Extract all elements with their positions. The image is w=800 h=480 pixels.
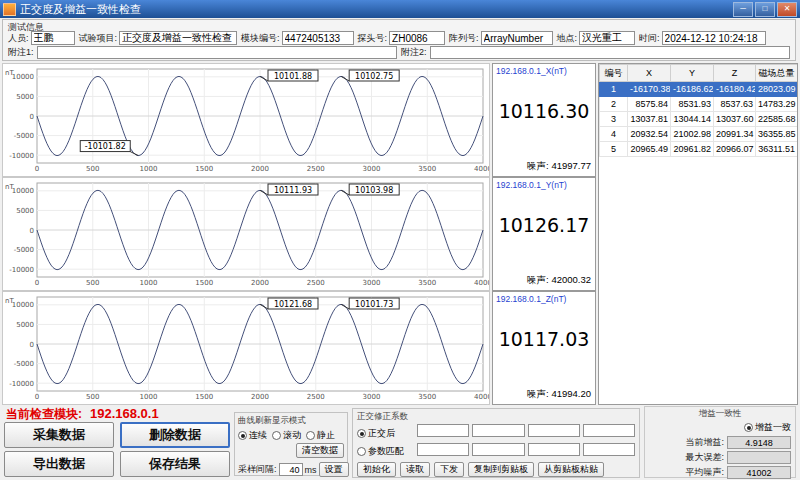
svg-text:2500: 2500 <box>307 279 325 287</box>
readout-noise: 噪声: 41994.20 <box>527 388 591 401</box>
sample-interval-input[interactable] <box>279 463 303 476</box>
note-field-input[interactable] <box>430 46 790 59</box>
readout-header: 192.168.0.1_Z(nT) <box>493 292 595 304</box>
close-icon[interactable]: ✕ <box>777 2 797 17</box>
info-field-input[interactable] <box>389 31 445 45</box>
svg-text:3000: 3000 <box>363 279 381 287</box>
table-cell: -16170.38 <box>628 82 671 97</box>
table-cell: 21002.98 <box>671 127 714 142</box>
svg-text:10111.93: 10111.93 <box>274 186 312 195</box>
svg-text:10121.68: 10121.68 <box>274 300 312 309</box>
svg-text:-10000: -10000 <box>9 266 34 274</box>
ortho-button-0[interactable]: 初始化 <box>357 462 396 477</box>
gain-row-input[interactable] <box>727 451 791 464</box>
clear-data-button[interactable]: 清空数据 <box>296 443 344 458</box>
coefficient-input-0[interactable] <box>417 424 469 437</box>
info-field-label: 模块编号: <box>241 32 280 45</box>
readout-value: 10117.03 <box>493 328 595 350</box>
svg-text:0: 0 <box>35 165 39 173</box>
table-row[interactable]: 420932.5421002.9820991.3436355.85 <box>600 127 798 142</box>
coefficient-input-5[interactable] <box>472 443 524 456</box>
gain-row-input[interactable] <box>727 436 791 449</box>
radio-icon <box>357 447 366 456</box>
table-head: 编号XYZ磁场总量 <box>600 65 798 82</box>
info-field-4: 阵列号: <box>449 31 553 45</box>
svg-text:0: 0 <box>30 227 34 235</box>
svg-text:0: 0 <box>35 279 39 287</box>
readout-noise-value: 42000.32 <box>551 274 591 285</box>
test-info-group: 测试信息 人员:试验项目:模块编号:探头号:阵列号:地点:时间: 附注1:附注2… <box>2 19 796 61</box>
gain-rows: 当前增益:最大误差:平均噪声: <box>649 436 791 479</box>
info-field-input[interactable] <box>31 31 75 45</box>
note-field-1: 附注2: <box>401 46 790 59</box>
app-icon <box>3 3 16 16</box>
table-cell: 4 <box>600 127 628 142</box>
gain-row-label: 平均噪声: <box>685 466 724 479</box>
info-field-input[interactable] <box>579 31 635 45</box>
minimize-icon[interactable]: ─ <box>733 2 753 17</box>
note-field-input[interactable] <box>37 46 397 59</box>
table-row[interactable]: 1-16170.38-16186.62-16180.4228023.09 <box>600 82 798 97</box>
coefficient-input-6[interactable] <box>528 443 580 456</box>
ortho-button-2[interactable]: 下发 <box>434 462 464 477</box>
table-cell: 20991.34 <box>714 127 756 142</box>
svg-text:-10101.82: -10101.82 <box>85 142 126 151</box>
table-row[interactable]: 313037.8113044.1413037.6022585.68 <box>600 112 798 127</box>
waveform-chart-X: 0500100015002000250030003500400010000500… <box>2 63 490 177</box>
info-field-label: 地点: <box>557 32 578 45</box>
readout-noise-label: 噪声: <box>527 160 551 171</box>
table-cell: 36311.51 <box>756 142 798 157</box>
set-interval-button[interactable]: 设置 <box>319 462 349 477</box>
svg-text:nT: nT <box>5 69 14 77</box>
ortho-button-1[interactable]: 读取 <box>400 462 430 477</box>
magnetic-data-table: 编号XYZ磁场总量 1-16170.38-16186.62-16180.4228… <box>598 63 798 405</box>
svg-text:-5000: -5000 <box>14 132 34 140</box>
info-field-input[interactable] <box>282 31 354 45</box>
gain-row-input[interactable] <box>727 466 791 479</box>
coefficient-input-4[interactable] <box>417 443 469 456</box>
coefficient-input-3[interactable] <box>583 424 635 437</box>
window-controls: ─ □ ✕ <box>733 2 797 17</box>
action-button-0[interactable]: 采集数据 <box>4 422 114 448</box>
current-module-label: 当前检查模块: <box>6 407 82 421</box>
ortho-radio-0[interactable]: 正交后 <box>357 427 413 440</box>
chart-annotation: 10101.88 <box>268 70 318 81</box>
mode-radio-2[interactable]: 静止 <box>306 429 335 442</box>
coefficient-input-1[interactable] <box>472 424 524 437</box>
action-button-3[interactable]: 保存结果 <box>120 451 230 477</box>
table-row[interactable]: 520965.4920961.8220966.0736311.51 <box>600 142 798 157</box>
coefficient-grid <box>417 424 635 458</box>
maximize-icon[interactable]: □ <box>755 2 775 17</box>
radio-icon <box>357 429 366 438</box>
info-field-input[interactable] <box>119 31 237 45</box>
svg-text:-5000: -5000 <box>14 246 34 254</box>
ortho-radio-1-label: 参数匹配 <box>368 445 404 458</box>
svg-text:1500: 1500 <box>195 279 213 287</box>
action-button-2[interactable]: 导出数据 <box>4 451 114 477</box>
coefficient-input-2[interactable] <box>528 424 580 437</box>
info-field-input[interactable] <box>662 31 766 45</box>
note-field-0: 附注1: <box>8 46 397 59</box>
ortho-button-4[interactable]: 从剪贴板粘贴 <box>538 462 604 477</box>
mode-radio-0[interactable]: 连续 <box>238 429 267 442</box>
action-button-1[interactable]: 删除数据 <box>120 422 230 448</box>
readout-noise-label: 噪声: <box>527 388 551 399</box>
table-cell: 13037.81 <box>628 112 671 127</box>
table-cell: 13037.60 <box>714 112 756 127</box>
info-field-input[interactable] <box>481 31 553 45</box>
ortho-radio-1[interactable]: 参数匹配 <box>357 445 413 458</box>
info-field-label: 阵列号: <box>449 32 479 45</box>
ortho-button-3[interactable]: 复制到剪贴板 <box>468 462 534 477</box>
mode-radio-1[interactable]: 滚动 <box>272 429 301 442</box>
readout-panel-1: 192.168.0.1_Y(nT)10126.17噪声: 42000.32 <box>492 177 596 291</box>
chart-annotation: -10101.82 <box>80 141 130 152</box>
svg-text:5000: 5000 <box>16 207 34 215</box>
note-field-label: 附注1: <box>8 46 34 59</box>
svg-text:500: 500 <box>86 279 99 287</box>
table-row[interactable]: 28575.848531.938537.6314783.29 <box>600 97 798 112</box>
readout-value: 10126.17 <box>493 214 595 236</box>
svg-text:2500: 2500 <box>307 393 325 401</box>
coefficient-input-7[interactable] <box>583 443 635 456</box>
gain-radio[interactable]: 增益一致 <box>744 421 791 434</box>
readout-noise: 噪声: 41997.77 <box>527 160 591 173</box>
